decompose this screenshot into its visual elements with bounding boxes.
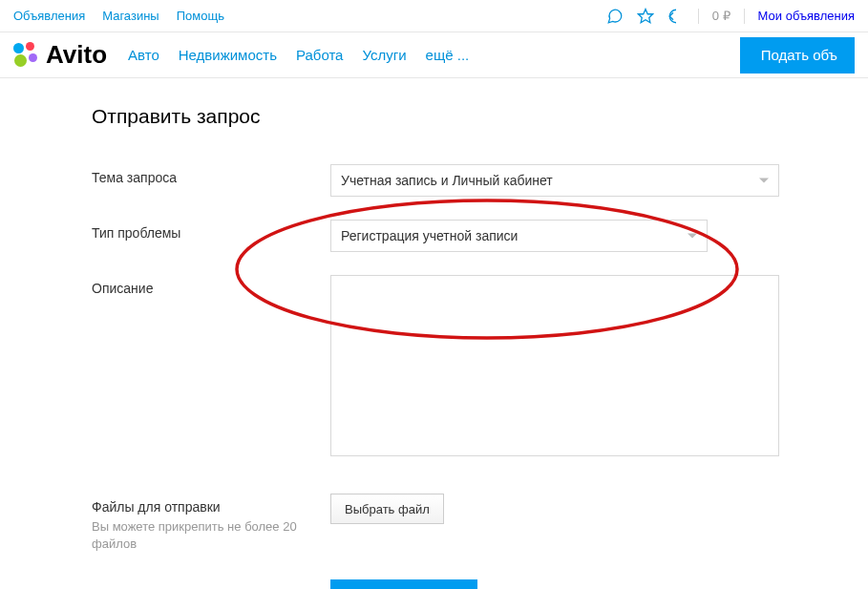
nav-realty[interactable]: Недвижимость xyxy=(179,47,277,63)
nav-services[interactable]: Услуги xyxy=(362,47,406,63)
topbar-right: 0 ₽ Мои объявления xyxy=(606,8,855,25)
files-hint: Вы можете прикрепить не более 20 файлов xyxy=(92,518,330,553)
row-submit: Отправить запрос xyxy=(92,579,868,589)
description-label: Описание xyxy=(92,275,330,296)
submit-button[interactable]: Отправить запрос xyxy=(330,579,477,589)
logo-icon xyxy=(13,42,40,69)
problem-label: Тип проблемы xyxy=(92,220,330,241)
topbar-link-ads[interactable]: Объявления xyxy=(13,9,85,23)
submit-spacer xyxy=(92,579,330,585)
problem-select-value: Регистрация учетной записи xyxy=(341,228,518,243)
wallet-balance[interactable]: 0 ₽ xyxy=(712,9,730,23)
topbar: Объявления Магазины Помощь 0 ₽ Мои объяв… xyxy=(0,0,868,32)
topbar-left-links: Объявления Магазины Помощь xyxy=(13,9,224,23)
topbar-separator xyxy=(698,9,699,24)
nav-jobs[interactable]: Работа xyxy=(296,47,344,63)
submit-control: Отправить запрос xyxy=(330,579,779,589)
topbar-separator xyxy=(744,9,745,24)
topic-select[interactable]: Учетная запись и Личный кабинет xyxy=(330,164,779,197)
favorites-icon[interactable] xyxy=(637,8,654,25)
topbar-link-shops[interactable]: Магазины xyxy=(102,9,159,23)
row-topic: Тема запроса Учетная запись и Личный каб… xyxy=(92,164,868,197)
description-textarea[interactable] xyxy=(330,275,779,456)
nav-more[interactable]: ещё ... xyxy=(426,47,470,63)
main-content: Отправить запрос Тема запроса Учетная за… xyxy=(0,78,868,589)
files-control: Выбрать файл xyxy=(330,494,779,524)
main-nav: Авто Недвижимость Работа Услуги ещё ... xyxy=(128,47,469,63)
logo[interactable]: Avito xyxy=(13,40,107,70)
nav-auto[interactable]: Авто xyxy=(128,47,159,63)
topic-control: Учетная запись и Личный кабинет xyxy=(330,164,779,197)
svg-marker-0 xyxy=(638,9,652,22)
topic-label: Тема запроса xyxy=(92,164,330,185)
header: Avito Авто Недвижимость Работа Услуги ещ… xyxy=(0,32,868,78)
topic-select-value: Учетная запись и Личный кабинет xyxy=(341,173,553,188)
description-control xyxy=(330,275,779,459)
row-problem: Тип проблемы Регистрация учетной записи xyxy=(92,220,868,252)
problem-control: Регистрация учетной записи xyxy=(330,220,779,252)
row-description: Описание xyxy=(92,275,868,459)
logo-text: Avito xyxy=(46,40,107,70)
problem-select[interactable]: Регистрация учетной записи xyxy=(330,220,708,252)
topbar-link-help[interactable]: Помощь xyxy=(177,9,224,23)
post-ad-button[interactable]: Подать объ xyxy=(740,37,855,74)
page-title: Отправить запрос xyxy=(92,105,868,128)
messages-icon[interactable] xyxy=(606,8,624,25)
files-label: Файлы для отправки xyxy=(92,499,221,515)
files-label-block: Файлы для отправки Вы можете прикрепить … xyxy=(92,494,330,553)
notifications-icon[interactable] xyxy=(667,8,685,25)
choose-file-button[interactable]: Выбрать файл xyxy=(330,494,444,524)
row-files: Файлы для отправки Вы можете прикрепить … xyxy=(92,494,868,553)
my-ads-link[interactable]: Мои объявления xyxy=(758,9,855,23)
